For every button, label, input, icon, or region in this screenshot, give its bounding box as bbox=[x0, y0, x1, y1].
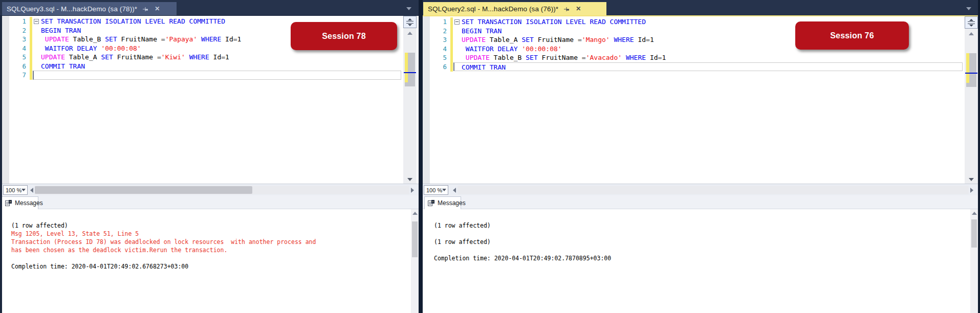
code-line[interactable]: UPDATE Table_B SET FruitName ='Avacado' … bbox=[453, 53, 963, 62]
message-line: Completion time: 2020-04-01T20:49:02.676… bbox=[11, 262, 410, 271]
code-token: WHERE bbox=[626, 54, 646, 61]
results-tab-row: Messages bbox=[0, 195, 419, 209]
pin-icon[interactable] bbox=[142, 5, 149, 12]
scroll-down-arrow[interactable] bbox=[403, 175, 417, 184]
change-tracking-bar bbox=[30, 17, 32, 80]
zoom-dropdown[interactable]: 100 % bbox=[424, 185, 448, 195]
code-token: = bbox=[233, 35, 237, 43]
collapse-region-icon[interactable] bbox=[454, 19, 460, 25]
indicator-margin bbox=[423, 16, 430, 184]
messages-report-icon bbox=[5, 200, 12, 207]
code-token: FruitName bbox=[534, 36, 578, 43]
line-number: 5 bbox=[430, 53, 450, 62]
line-number: 5 bbox=[9, 53, 30, 62]
horizontal-scroll-track[interactable] bbox=[35, 186, 409, 194]
line-number: 3 bbox=[9, 35, 30, 44]
editor-vertical-scrollbar[interactable] bbox=[403, 16, 417, 184]
zoom-dropdown[interactable]: 100 % bbox=[3, 185, 28, 195]
code-token: UPDATE bbox=[466, 54, 490, 61]
code-token bbox=[462, 54, 466, 61]
code-line-current[interactable]: COMMIT TRAN bbox=[453, 62, 963, 72]
messages-panel: (1 row affected)Msg 1205, Level 13, Stat… bbox=[0, 209, 419, 313]
split-editor-handle[interactable] bbox=[965, 16, 978, 29]
messages-text[interactable]: (1 row affected) (1 row affected) Comple… bbox=[423, 209, 970, 313]
collapse-region-icon[interactable] bbox=[34, 19, 39, 24]
messages-tab[interactable]: Messages bbox=[2, 196, 38, 209]
pane-splitter[interactable] bbox=[419, 0, 423, 313]
code-editor[interactable]: 1234567 SET TRANSACTION ISOLATION LEVEL … bbox=[0, 16, 419, 184]
code-token bbox=[197, 35, 201, 43]
right-query-pane: SQLQuery2.sql - M...hackDemo (sa (76))* … bbox=[423, 0, 978, 313]
document-tab-sqlquery3[interactable]: SQLQuery3.sql - M...hackDemo (sa (78))* … bbox=[2, 2, 177, 15]
code-token: SET TRANSACTION ISOLATION LEVEL READ COM… bbox=[462, 18, 646, 26]
messages-vertical-scrollbar[interactable] bbox=[411, 209, 419, 313]
messages-tab[interactable]: Messages bbox=[424, 196, 461, 209]
message-line: Msg 1205, Level 13, State 51, Line 5 bbox=[11, 230, 410, 238]
scroll-up-arrow[interactable] bbox=[403, 29, 417, 37]
messages-text[interactable]: (1 row affected)Msg 1205, Level 13, Stat… bbox=[0, 209, 410, 313]
horizontal-scroll-track[interactable] bbox=[458, 186, 969, 194]
scroll-left-arrow[interactable] bbox=[29, 186, 35, 194]
scroll-up-arrow[interactable] bbox=[965, 30, 978, 38]
line-number: 4 bbox=[9, 44, 30, 53]
pin-icon[interactable] bbox=[563, 5, 570, 12]
code-token: UPDATE bbox=[462, 36, 486, 43]
caret-position-marker bbox=[965, 73, 977, 74]
code-token: BEGIN TRAN bbox=[41, 27, 81, 34]
document-tab-sqlquery2[interactable]: SQLQuery2.sql - M...hackDemo (sa (76))* … bbox=[423, 2, 606, 15]
code-token: Table_A bbox=[486, 36, 521, 43]
code-line[interactable]: COMMIT TRAN bbox=[33, 62, 401, 71]
code-token: SET bbox=[105, 35, 117, 43]
code-token: = bbox=[157, 53, 161, 61]
change-mark-stripe bbox=[405, 53, 408, 82]
code-token: = bbox=[578, 36, 582, 43]
code-token: = bbox=[582, 54, 586, 61]
code-line-current[interactable] bbox=[33, 71, 401, 80]
code-token bbox=[462, 45, 466, 53]
code-token: FruitName bbox=[113, 53, 157, 61]
scroll-right-arrow[interactable] bbox=[969, 186, 975, 194]
code-token: FruitName bbox=[538, 54, 582, 61]
split-editor-handle[interactable] bbox=[403, 16, 417, 28]
line-number: 2 bbox=[430, 27, 450, 36]
zoom-caret-icon bbox=[21, 189, 26, 191]
horizontal-scrollbar[interactable] bbox=[29, 186, 416, 194]
code-token: = bbox=[161, 35, 165, 43]
scroll-up-arrow[interactable] bbox=[970, 209, 978, 217]
editor-status-row: 100 % bbox=[423, 184, 978, 195]
code-token: Table_A bbox=[65, 53, 101, 61]
scroll-left-arrow[interactable] bbox=[451, 186, 458, 194]
code-token: 1 bbox=[237, 35, 242, 43]
left-tab-strip: SQLQuery3.sql - M...hackDemo (sa (78))* … bbox=[0, 0, 419, 15]
code-token: FruitName bbox=[117, 35, 161, 43]
close-icon[interactable]: ✕ bbox=[575, 5, 582, 12]
document-tab-title: SQLQuery3.sql - M...hackDemo (sa (78))* bbox=[7, 5, 137, 13]
horizontal-scrollbar[interactable] bbox=[451, 186, 975, 194]
code-line[interactable]: UPDATE Table_A SET FruitName ='Kiwi' WHE… bbox=[33, 53, 401, 62]
messages-vertical-scrollbar[interactable] bbox=[970, 209, 978, 313]
scrollbar-thumb[interactable] bbox=[412, 221, 418, 257]
tab-list-dropdown-icon[interactable] bbox=[966, 7, 971, 10]
code-editor[interactable]: 123456 SET TRANSACTION ISOLATION LEVEL R… bbox=[423, 16, 978, 184]
line-number: 6 bbox=[9, 62, 30, 71]
code-token: WAITFOR DELAY bbox=[466, 45, 518, 53]
scrollbar-thumb[interactable] bbox=[971, 219, 977, 248]
code-token: WAITFOR DELAY bbox=[45, 44, 97, 52]
document-tab-title: SQLQuery2.sql - M...hackDemo (sa (76))* bbox=[428, 5, 558, 13]
code-token: WHERE bbox=[201, 35, 221, 43]
code-token: '00:00:08' bbox=[101, 44, 141, 52]
code-token: SET bbox=[526, 54, 537, 61]
code-token: SET TRANSACTION ISOLATION LEVEL READ COM… bbox=[41, 17, 225, 25]
scroll-down-arrow[interactable] bbox=[965, 175, 978, 184]
code-token: 'Mango' bbox=[582, 36, 610, 43]
code-token: BEGIN TRAN bbox=[462, 27, 502, 35]
editor-vertical-scrollbar[interactable] bbox=[965, 16, 978, 184]
tab-list-dropdown-icon[interactable] bbox=[406, 7, 411, 10]
scroll-right-arrow[interactable] bbox=[409, 186, 416, 194]
messages-tab-label: Messages bbox=[438, 199, 466, 207]
session-badge: Session 76 bbox=[795, 21, 909, 50]
scroll-up-arrow[interactable] bbox=[411, 209, 419, 217]
close-icon[interactable]: ✕ bbox=[154, 5, 161, 12]
code-token: Table_B bbox=[69, 35, 105, 43]
horizontal-scroll-thumb[interactable] bbox=[35, 186, 252, 194]
